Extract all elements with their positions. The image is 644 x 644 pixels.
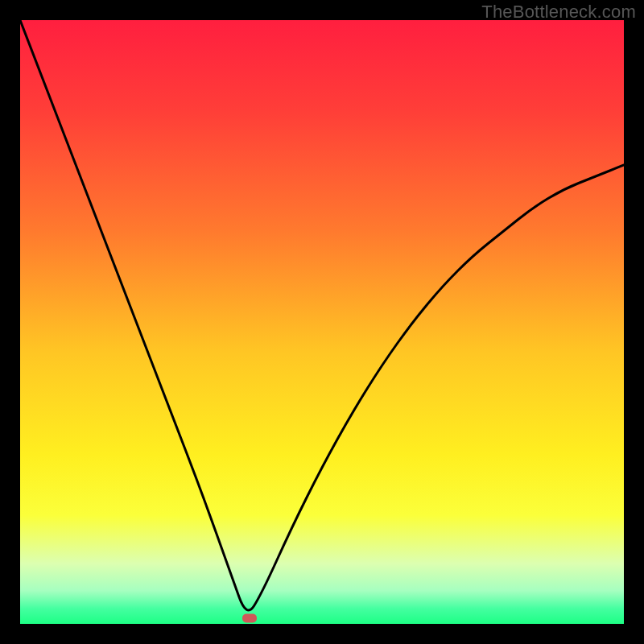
plot-frame (20, 20, 624, 624)
bottleneck-chart (20, 20, 624, 624)
chart-background (20, 20, 624, 624)
optimal-marker (242, 614, 257, 623)
attribution-text: TheBottleneck.com (481, 2, 636, 23)
